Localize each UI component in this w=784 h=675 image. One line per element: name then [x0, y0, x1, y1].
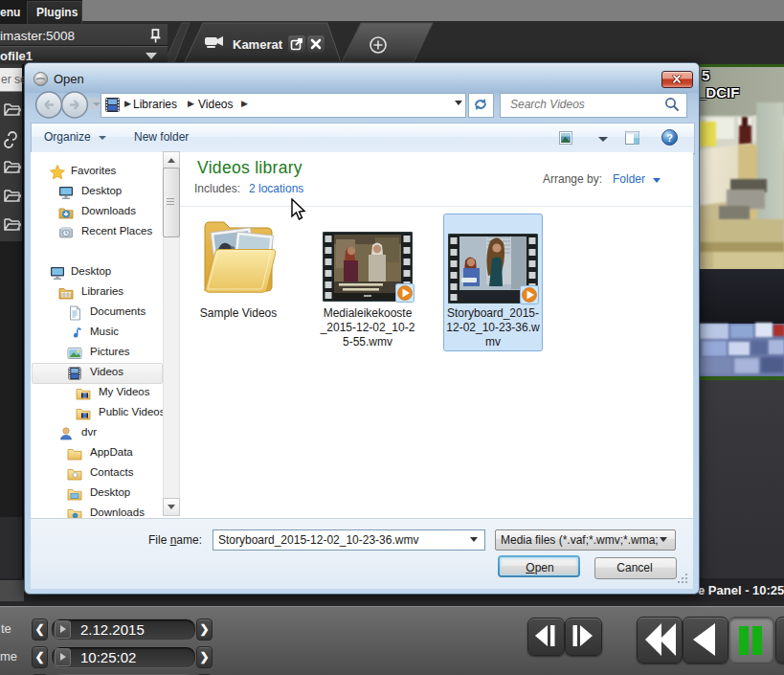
svg-text:?: ? — [666, 132, 673, 144]
